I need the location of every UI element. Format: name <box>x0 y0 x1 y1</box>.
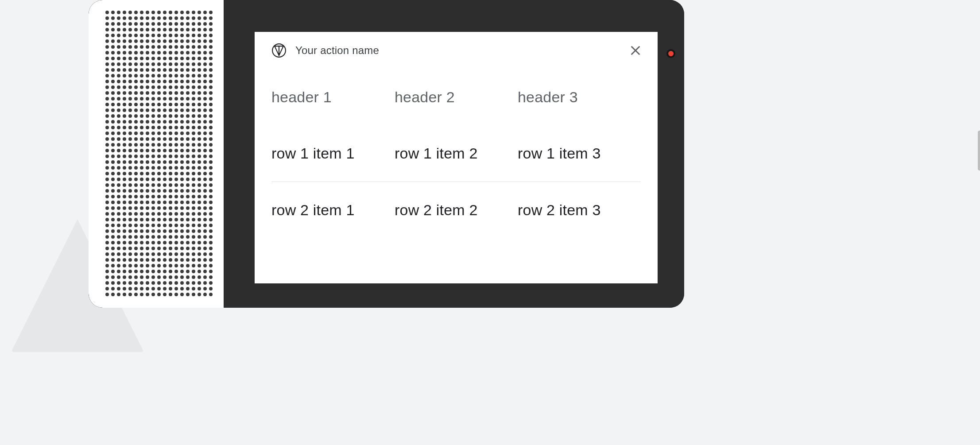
card-body: header 1 header 2 header 3 row 1 item 1 … <box>255 69 658 283</box>
table-header-cell: header 3 <box>518 69 641 125</box>
camera-led-icon <box>668 51 674 56</box>
speaker-grille <box>89 0 224 308</box>
action-logo-icon <box>271 43 287 58</box>
table-row: row 1 item 1 row 1 item 2 row 1 item 3 <box>271 125 641 182</box>
smart-display-device: Your action name header 1 header 2 heade… <box>89 0 684 308</box>
table-header-row: header 1 header 2 header 3 <box>271 69 641 125</box>
table-cell: row 2 item 2 <box>395 182 518 239</box>
table-cell: row 2 item 3 <box>518 182 641 239</box>
table-cell: row 1 item 2 <box>395 125 518 182</box>
table-cell: row 1 item 1 <box>271 125 395 182</box>
card-header: Your action name <box>255 32 658 69</box>
table-row: row 2 item 1 row 2 item 2 row 2 item 3 <box>271 182 641 239</box>
table-header-cell: header 1 <box>271 69 395 125</box>
scrollbar-thumb[interactable] <box>978 131 980 170</box>
table-cell: row 2 item 1 <box>271 182 395 239</box>
close-button[interactable] <box>627 42 644 59</box>
table-cell: row 1 item 3 <box>518 125 641 182</box>
action-card: Your action name header 1 header 2 heade… <box>255 32 658 283</box>
device-screen: Your action name header 1 header 2 heade… <box>224 0 684 308</box>
data-table: header 1 header 2 header 3 row 1 item 1 … <box>271 69 641 238</box>
close-icon <box>629 44 642 57</box>
table-header-cell: header 2 <box>395 69 518 125</box>
action-title: Your action name <box>295 44 379 57</box>
